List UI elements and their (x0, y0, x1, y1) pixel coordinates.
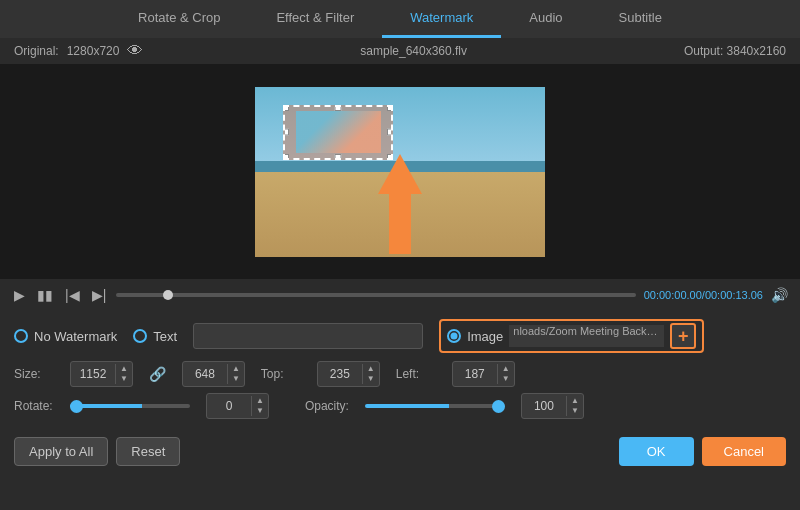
left-input[interactable]: ▲ ▼ (452, 361, 515, 387)
progress-dot (163, 290, 173, 300)
bottom-row: Apply to All Reset OK Cancel (0, 431, 800, 472)
no-watermark-group[interactable]: No Watermark (14, 329, 117, 344)
output-size: 3840x2160 (727, 44, 786, 58)
video-preview (255, 87, 545, 257)
tab-effect-filter[interactable]: Effect & Filter (248, 0, 382, 38)
image-watermark-radio[interactable] (447, 329, 461, 343)
figure-body (393, 200, 407, 224)
original-label: Original: (14, 44, 59, 58)
resize-handle-tl[interactable] (283, 105, 289, 111)
resize-handle-lm[interactable] (283, 129, 289, 136)
opacity-up[interactable]: ▲ (567, 396, 583, 406)
resize-handle-rm[interactable] (387, 129, 393, 136)
watermark-overlay[interactable] (283, 105, 393, 160)
no-watermark-radio[interactable] (14, 329, 28, 343)
ok-cancel-buttons: OK Cancel (619, 437, 786, 466)
top-down[interactable]: ▼ (363, 374, 379, 384)
opacity-value-input[interactable]: ▲ ▼ (521, 393, 584, 419)
figure (393, 189, 407, 223)
reset-button[interactable]: Reset (116, 437, 180, 466)
opacity-down[interactable]: ▼ (567, 406, 583, 416)
figure-head (395, 189, 405, 199)
size-width-input[interactable]: ▲ ▼ (70, 361, 133, 387)
tab-subtitle[interactable]: Subtitle (591, 0, 690, 38)
rotate-slider-container (70, 404, 190, 408)
tab-rotate-crop[interactable]: Rotate & Crop (110, 0, 248, 38)
size-label: Size: (14, 367, 54, 381)
rotate-down[interactable]: ▼ (252, 406, 268, 416)
rotate-opacity-row: Rotate: ▲ ▼ Opacity: ▲ ▼ (14, 393, 786, 419)
top-input[interactable]: ▲ ▼ (317, 361, 380, 387)
prev-button[interactable]: |◀ (63, 285, 82, 305)
opacity-label: Opacity: (305, 399, 349, 413)
rotate-label: Rotate: (14, 399, 54, 413)
rotate-up[interactable]: ▲ (252, 396, 268, 406)
text-watermark-input[interactable] (193, 323, 423, 349)
output-label: Output: (684, 44, 723, 58)
resize-handle-bm[interactable] (335, 154, 342, 160)
tab-audio[interactable]: Audio (501, 0, 590, 38)
ok-button[interactable]: OK (619, 437, 694, 466)
time-display: 00:00:00.00/00:00:13.06 (644, 289, 763, 301)
left-down[interactable]: ▼ (498, 374, 514, 384)
text-watermark-label[interactable]: Text (153, 329, 177, 344)
image-watermark-group[interactable]: Image (447, 329, 503, 344)
play-button[interactable]: ▶ (12, 285, 27, 305)
left-up[interactable]: ▲ (498, 364, 514, 374)
watermark-type-row: No Watermark Text Image nloads/Zoom Meet… (14, 319, 786, 353)
link-icon[interactable]: 🔗 (149, 366, 166, 382)
width-up[interactable]: ▲ (116, 364, 132, 374)
cancel-button[interactable]: Cancel (702, 437, 786, 466)
watermark-controls: No Watermark Text Image nloads/Zoom Meet… (0, 311, 800, 431)
height-down[interactable]: ▼ (228, 374, 244, 384)
left-label: Left: (396, 367, 436, 381)
info-bar: Original: 1280x720 👁 sample_640x360.flv … (0, 38, 800, 64)
original-size: 1280x720 (67, 44, 120, 58)
opacity-slider-container (365, 404, 505, 408)
next-button[interactable]: ▶| (90, 285, 109, 305)
size-position-row: Size: ▲ ▼ 🔗 ▲ ▼ Top: ▲ ▼ Left: (14, 361, 786, 387)
rotate-slider[interactable] (70, 404, 190, 408)
progress-bar[interactable] (116, 293, 635, 297)
stop-button[interactable]: ▮▮ (35, 285, 55, 305)
top-label: Top: (261, 367, 301, 381)
eye-icon[interactable]: 👁 (127, 42, 143, 60)
action-buttons: Apply to All Reset (14, 437, 180, 466)
beach-scene (255, 87, 545, 257)
resize-handle-tm[interactable] (335, 105, 342, 111)
tab-bar: Rotate & Crop Effect & Filter Watermark … (0, 0, 800, 38)
apply-all-button[interactable]: Apply to All (14, 437, 108, 466)
text-watermark-radio[interactable] (133, 329, 147, 343)
filename: sample_640x360.flv (360, 44, 467, 58)
add-image-button[interactable]: + (670, 323, 696, 349)
top-up[interactable]: ▲ (363, 364, 379, 374)
resize-handle-br[interactable] (387, 154, 393, 160)
no-watermark-label[interactable]: No Watermark (34, 329, 117, 344)
volume-icon[interactable]: 🔊 (771, 287, 788, 303)
image-path-display: nloads/Zoom Meeting Background.png (509, 325, 664, 347)
rotate-value-input[interactable]: ▲ ▼ (206, 393, 269, 419)
text-watermark-group[interactable]: Text (133, 329, 177, 344)
image-watermark-section: Image nloads/Zoom Meeting Background.png… (439, 319, 704, 353)
size-height-input[interactable]: ▲ ▼ (182, 361, 245, 387)
image-watermark-label[interactable]: Image (467, 329, 503, 344)
opacity-slider[interactable] (365, 404, 505, 408)
resize-handle-tr[interactable] (387, 105, 393, 111)
watermark-image (296, 111, 381, 153)
width-down[interactable]: ▼ (116, 374, 132, 384)
height-up[interactable]: ▲ (228, 364, 244, 374)
tab-watermark[interactable]: Watermark (382, 0, 501, 38)
resize-handle-bl[interactable] (283, 154, 289, 160)
playback-bar: ▶ ▮▮ |◀ ▶| 00:00:00.00/00:00:13.06 🔊 (0, 279, 800, 311)
video-container (0, 64, 800, 279)
